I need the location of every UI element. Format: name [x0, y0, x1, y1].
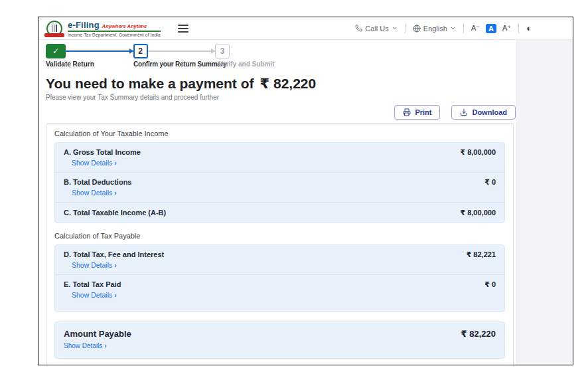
step-1-label: Validate Return [46, 60, 94, 68]
download-label: Download [472, 108, 507, 116]
show-details-link[interactable]: Show Details› [72, 159, 117, 167]
phone-icon [355, 25, 362, 32]
step-2-label: Confirm your Return Summary [133, 60, 227, 68]
language-label: English [423, 25, 447, 33]
row-label: E. Total Tax Paid [64, 280, 121, 288]
chevron-right-icon: › [114, 189, 117, 197]
language-menu[interactable]: English [413, 25, 456, 33]
show-details-link[interactable]: Show Details› [72, 189, 117, 197]
contrast-toggle-icon[interactable]: ◐ [526, 24, 532, 33]
right-gutter [516, 40, 573, 365]
summary-row-gross-total-income: A. Gross Total Income Show Details› ₹ 8,… [55, 143, 504, 172]
stepper-track: ✓ 2 3 [46, 44, 230, 58]
chevron-down-icon [450, 25, 456, 31]
show-details-link[interactable]: Show Details› [72, 291, 117, 299]
font-increase-button[interactable]: A⁺ [502, 24, 511, 33]
printer-icon [403, 108, 411, 116]
chevron-right-icon: › [104, 342, 106, 349]
efiling-tagline: Anywhere Anytime [102, 23, 147, 29]
row-value: ₹ 0 [484, 178, 496, 198]
amount-payable-label: Amount Payable [64, 329, 131, 339]
show-details-link[interactable]: Show Details› [72, 261, 117, 269]
globe-icon [413, 25, 421, 33]
red-ribbon-icon [44, 33, 64, 37]
step-3-number: 3 [220, 47, 225, 56]
section-title-tax-payable: Calculation of Tax Payable [54, 232, 505, 240]
show-details-label: Show Details [72, 189, 112, 197]
font-default-button[interactable]: A [486, 24, 496, 33]
print-button[interactable]: Print [394, 105, 440, 120]
font-size-controls: A⁻ A A⁺ [471, 24, 511, 33]
show-details-label: Show Details [72, 159, 112, 167]
show-details-label: Show Details [64, 342, 102, 349]
efiling-title: e-Filing [68, 20, 100, 30]
income-tax-emblem-icon [46, 21, 62, 37]
download-icon [460, 108, 468, 116]
section-title-taxable-income: Calculation of Your Taxable Income [54, 130, 505, 138]
show-details-label: Show Details [72, 261, 112, 269]
toolbar: Print Download [46, 105, 516, 120]
chevron-right-icon: › [114, 261, 117, 269]
ashoka-pillar-icon [52, 25, 57, 32]
header-actions: Call Us English A⁻ A A⁺ ◐ [355, 23, 532, 33]
step-2-number: 2 [138, 47, 143, 56]
row-value: ₹ 0 [484, 280, 496, 300]
page-body: ✓ 2 3 Validate Return Confirm your [38, 40, 573, 365]
taxable-income-block: A. Gross Total Income Show Details› ₹ 8,… [54, 142, 505, 223]
check-icon: ✓ [52, 47, 59, 56]
font-decrease-button[interactable]: A⁻ [471, 24, 480, 33]
brand-text: e-Filing Anywhere Anytime Income Tax Dep… [68, 20, 161, 37]
chevron-right-icon: › [114, 159, 117, 167]
payment-amount: ₹ 82,220 [260, 76, 317, 91]
screenshot-canvas: e-Filing Anywhere Anytime Income Tax Dep… [0, 0, 588, 374]
chevron-right-icon: › [114, 291, 117, 299]
step-3-label: Verify and Submit [218, 60, 274, 68]
main-content: ✓ 2 3 Validate Return Confirm your [38, 40, 516, 365]
brand-title-line: e-Filing Anywhere Anytime [68, 20, 161, 32]
brand-logo: e-Filing Anywhere Anytime Income Tax Dep… [46, 20, 188, 37]
amount-payable-row: Amount Payable Show Details› ₹ 82,220 [54, 322, 505, 359]
divider [518, 23, 519, 33]
row-value: ₹ 8,00,000 [460, 148, 496, 168]
summary-row-total-taxable-income: C. Total Taxable Income (A-B) ₹ 8,00,000 [55, 202, 504, 223]
top-bar: e-Filing Anywhere Anytime Income Tax Dep… [38, 17, 573, 40]
call-us-menu[interactable]: Call Us [355, 25, 397, 33]
page-subtitle: Please view your Tax Summary details and… [46, 94, 514, 101]
step-2-indicator: 2 [133, 44, 148, 58]
row-value: ₹ 8,00,000 [460, 209, 496, 217]
step-1-indicator: ✓ [46, 44, 66, 58]
print-label: Print [415, 108, 431, 116]
stepper-connector [148, 50, 216, 52]
download-button[interactable]: Download [451, 105, 516, 120]
row-value: ₹ 82,221 [467, 250, 496, 270]
efiling-portal-window: e-Filing Anywhere Anytime Income Tax Dep… [38, 17, 573, 365]
divider [405, 23, 405, 33]
page-title-text: You need to make a payment of [46, 76, 254, 91]
chevron-down-icon [392, 25, 398, 31]
amount-payable-value: ₹ 82,220 [461, 329, 496, 351]
summary-row-total-tax-paid: E. Total Tax Paid Show Details› ₹ 0 [55, 274, 504, 312]
row-label: D. Total Tax, Fee and Interest [64, 250, 164, 258]
tax-payable-block: D. Total Tax, Fee and Interest Show Deta… [54, 244, 505, 312]
summary-row-total-deductions: B. Total Deductions Show Details› ₹ 0 [55, 172, 504, 202]
menu-icon[interactable] [178, 23, 188, 35]
row-label: A. Gross Total Income [64, 148, 141, 156]
stepper-labels: Validate Return Confirm your Return Summ… [46, 60, 514, 69]
progress-stepper: ✓ 2 3 Validate Return Confirm your [46, 44, 514, 70]
show-details-link[interactable]: Show Details› [64, 342, 107, 349]
divider [463, 23, 464, 33]
page-title: You need to make a payment of₹ 82,220 [46, 76, 514, 92]
stepper-connector [66, 50, 133, 52]
step-3-indicator: 3 [215, 44, 230, 58]
row-label: C. Total Taxable Income (A-B) [64, 209, 166, 217]
call-us-label: Call Us [365, 25, 388, 33]
show-details-label: Show Details [72, 291, 112, 299]
summary-row-total-tax-fee-interest: D. Total Tax, Fee and Interest Show Deta… [55, 245, 504, 274]
row-label: B. Total Deductions [64, 178, 131, 186]
tax-summary-card: Calculation of Your Taxable Income A. Gr… [46, 123, 514, 365]
efiling-subtitle: Income Tax Department, Government of Ind… [68, 33, 161, 37]
